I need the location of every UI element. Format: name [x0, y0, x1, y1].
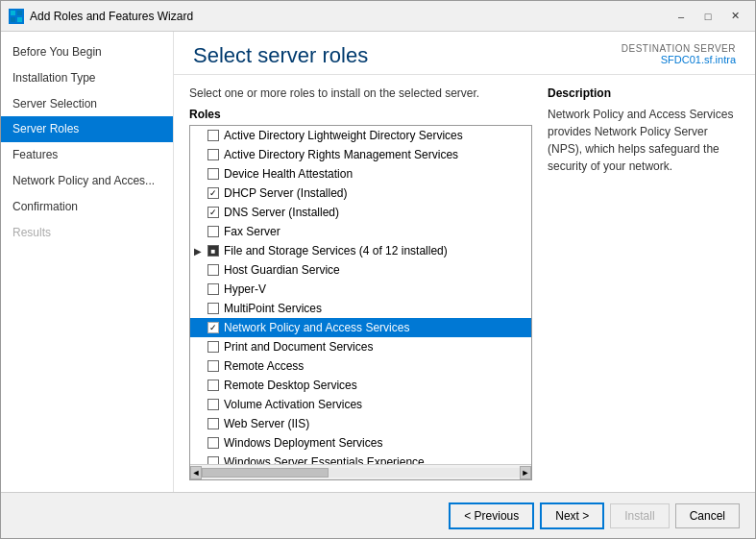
- roles-label: Roles: [189, 108, 532, 121]
- expand-placeholder: [194, 361, 206, 372]
- sidebar-item-features[interactable]: Features: [1, 142, 173, 168]
- expand-placeholder: [194, 208, 206, 218]
- scroll-right-btn[interactable]: ►: [520, 466, 531, 479]
- expand-placeholder: [194, 284, 206, 295]
- expand-placeholder: [194, 438, 206, 449]
- cancel-button[interactable]: Cancel: [675, 503, 740, 528]
- page-title: Select server roles: [193, 43, 368, 68]
- list-item[interactable]: Device Health Attestation: [190, 164, 531, 184]
- role-checkbox[interactable]: [207, 341, 219, 353]
- roles-list-container: Active Directory Lightweight Directory S…: [189, 125, 532, 480]
- expand-placeholder: [194, 457, 206, 465]
- page-header: Select server roles DESTINATION SERVER S…: [174, 32, 755, 75]
- description-label: Description: [548, 86, 740, 100]
- role-checkbox[interactable]: [207, 130, 219, 141]
- left-panel: Select one or more roles to install on t…: [189, 86, 532, 480]
- page-body: Select one or more roles to install on t…: [174, 75, 755, 492]
- main-layout: Before You Begin Installation Type Serve…: [1, 32, 755, 492]
- right-panel: Description Network Policy and Access Se…: [548, 86, 740, 480]
- svg-rect-0: [11, 11, 15, 15]
- expand-placeholder: [194, 131, 206, 141]
- role-checkbox[interactable]: [207, 149, 219, 160]
- sidebar-item-results: Results: [1, 220, 173, 246]
- maximize-button[interactable]: □: [695, 7, 720, 26]
- sidebar: Before You Begin Installation Type Serve…: [1, 32, 174, 492]
- next-button[interactable]: Next >: [540, 502, 604, 529]
- list-item[interactable]: Windows Deployment Services: [190, 433, 531, 453]
- instruction-text: Select one or more roles to install on t…: [189, 86, 532, 100]
- title-bar-left: Add Roles and Features Wizard: [9, 9, 193, 24]
- sidebar-item-before-you-begin[interactable]: Before You Begin: [1, 39, 173, 65]
- close-button[interactable]: ✕: [722, 7, 747, 26]
- sidebar-item-installation-type[interactable]: Installation Type: [1, 65, 173, 91]
- previous-button[interactable]: < Previous: [449, 502, 534, 529]
- role-checkbox[interactable]: [207, 207, 219, 218]
- window-controls: – □ ✕: [669, 7, 747, 26]
- destination-info: DESTINATION SERVER SFDC01.sf.intra: [622, 43, 736, 65]
- sidebar-item-confirmation[interactable]: Confirmation: [1, 194, 173, 220]
- role-checkbox[interactable]: [207, 283, 219, 295]
- role-checkbox[interactable]: [207, 226, 219, 237]
- minimize-button[interactable]: –: [669, 7, 694, 26]
- role-checkbox[interactable]: [207, 322, 219, 333]
- install-button[interactable]: Install: [610, 503, 669, 528]
- list-item[interactable]: Hyper-V: [190, 280, 531, 299]
- list-item-npas[interactable]: Network Policy and Access Services: [190, 318, 531, 337]
- title-bar: Add Roles and Features Wizard – □ ✕: [1, 1, 755, 32]
- window-title: Add Roles and Features Wizard: [30, 10, 193, 23]
- list-item[interactable]: Fax Server: [190, 222, 531, 241]
- horizontal-scrollbar-thumb[interactable]: [202, 468, 329, 478]
- list-item[interactable]: Active Directory Rights Management Servi…: [190, 145, 531, 164]
- expand-arrow[interactable]: ▶: [194, 246, 206, 257]
- footer: < Previous Next > Install Cancel: [1, 492, 755, 538]
- list-item[interactable]: Remote Desktop Services: [190, 376, 531, 395]
- list-item[interactable]: Web Server (IIS): [190, 414, 531, 433]
- destination-name: SFDC01.sf.intra: [622, 54, 736, 65]
- list-item[interactable]: Remote Access: [190, 356, 531, 376]
- expand-placeholder: [194, 227, 206, 237]
- role-checkbox[interactable]: [207, 456, 219, 464]
- list-item[interactable]: ▶ File and Storage Services (4 of 12 ins…: [190, 241, 531, 260]
- list-item[interactable]: Windows Server Essentials Experience: [190, 453, 531, 464]
- main-content: Select server roles DESTINATION SERVER S…: [174, 32, 755, 492]
- role-checkbox[interactable]: [207, 264, 219, 276]
- expand-placeholder: [194, 380, 206, 391]
- roles-list[interactable]: Active Directory Lightweight Directory S…: [190, 126, 531, 464]
- list-item[interactable]: MultiPoint Services: [190, 299, 531, 318]
- destination-label: DESTINATION SERVER: [622, 43, 736, 54]
- expand-placeholder: [194, 419, 206, 429]
- sidebar-item-server-selection[interactable]: Server Selection: [1, 91, 173, 117]
- scroll-left-btn[interactable]: ◄: [190, 466, 202, 479]
- role-checkbox[interactable]: [207, 168, 219, 180]
- svg-rect-1: [17, 11, 22, 15]
- role-checkbox[interactable]: [207, 437, 219, 449]
- list-item[interactable]: Print and Document Services: [190, 337, 531, 356]
- role-checkbox[interactable]: [207, 303, 219, 314]
- role-checkbox[interactable]: [207, 187, 219, 199]
- description-text: Network Policy and Access Services provi…: [548, 106, 740, 175]
- expand-placeholder: [194, 400, 206, 410]
- expand-placeholder: [194, 150, 206, 160]
- sidebar-item-server-roles[interactable]: Server Roles: [1, 116, 173, 142]
- list-item[interactable]: Volume Activation Services: [190, 395, 531, 414]
- list-item[interactable]: DHCP Server (Installed): [190, 184, 531, 203]
- role-checkbox[interactable]: [207, 360, 219, 372]
- expand-placeholder: [194, 304, 206, 314]
- list-item[interactable]: Host Guardian Service: [190, 260, 531, 280]
- svg-rect-3: [17, 17, 22, 22]
- horizontal-scrollbar-track[interactable]: [202, 468, 520, 478]
- expand-placeholder: [194, 188, 206, 199]
- role-checkbox[interactable]: [207, 380, 219, 391]
- expand-placeholder: [194, 323, 206, 333]
- sidebar-item-network-policy[interactable]: Network Policy and Acces...: [1, 168, 173, 194]
- expand-placeholder: [194, 265, 206, 276]
- list-item[interactable]: Active Directory Lightweight Directory S…: [190, 126, 531, 145]
- role-checkbox[interactable]: [207, 399, 219, 410]
- app-icon: [9, 9, 24, 24]
- expand-placeholder: [194, 342, 206, 353]
- role-checkbox[interactable]: [207, 418, 219, 429]
- wizard-window: Add Roles and Features Wizard – □ ✕ Befo…: [0, 0, 756, 539]
- role-checkbox[interactable]: [207, 245, 219, 257]
- expand-placeholder: [194, 169, 206, 180]
- list-item[interactable]: DNS Server (Installed): [190, 203, 531, 222]
